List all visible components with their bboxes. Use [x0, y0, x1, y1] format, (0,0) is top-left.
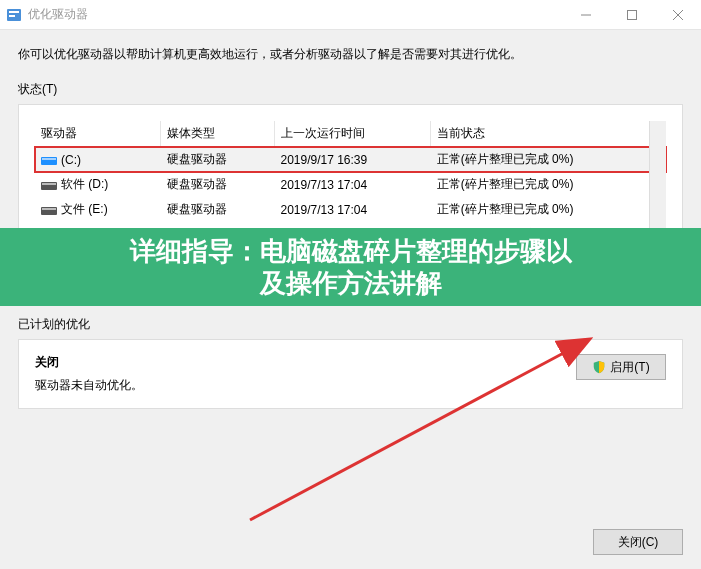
drive-icon	[41, 204, 57, 216]
shield-icon	[592, 360, 606, 374]
footer: 关闭(C)	[593, 529, 683, 555]
close-label: 关闭(C)	[618, 534, 659, 551]
status-label: 状态(T)	[18, 81, 683, 98]
minimize-button[interactable]	[563, 0, 609, 30]
scheduled-status-title: 关闭	[35, 355, 59, 369]
svg-rect-1	[9, 11, 19, 13]
table-row[interactable]: (C:)硬盘驱动器2019/9/17 16:39正常(碎片整理已完成 0%)	[35, 147, 666, 173]
window-title: 优化驱动器	[28, 6, 563, 23]
maximize-button[interactable]	[609, 0, 655, 30]
enable-label: 启用(T)	[610, 359, 649, 376]
drive-icon	[41, 179, 57, 191]
scheduled-label: 已计划的优化	[18, 316, 683, 333]
close-dialog-button[interactable]: 关闭(C)	[593, 529, 683, 555]
col-lastrun[interactable]: 上一次运行时间	[274, 121, 430, 147]
enable-button[interactable]: 启用(T)	[576, 354, 666, 380]
titlebar: 优化驱动器	[0, 0, 701, 30]
scheduled-section: 已计划的优化 关闭 驱动器未自动优化。 启用(T)	[18, 316, 683, 409]
scheduled-status: 关闭 驱动器未自动优化。	[35, 354, 143, 394]
svg-rect-2	[9, 15, 15, 17]
svg-rect-12	[42, 208, 56, 210]
svg-rect-8	[42, 158, 56, 160]
drive-icon	[41, 154, 57, 166]
description-text: 你可以优化驱动器以帮助计算机更高效地运行，或者分析驱动器以了解是否需要对其进行优…	[18, 46, 683, 63]
col-media[interactable]: 媒体类型	[161, 121, 275, 147]
svg-rect-4	[628, 10, 637, 19]
tutorial-overlay: 详细指导：电脑磁盘碎片整理的步骤以及操作方法讲解	[0, 228, 701, 306]
close-button[interactable]	[655, 0, 701, 30]
col-drive[interactable]: 驱动器	[35, 121, 161, 147]
svg-rect-10	[42, 183, 56, 185]
table-row[interactable]: 软件 (D:)硬盘驱动器2019/7/13 17:04正常(碎片整理已完成 0%…	[35, 172, 666, 197]
scheduled-panel: 关闭 驱动器未自动优化。 启用(T)	[18, 339, 683, 409]
tutorial-text: 详细指导：电脑磁盘碎片整理的步骤以及操作方法讲解	[130, 235, 572, 300]
table-row[interactable]: 文件 (E:)硬盘驱动器2019/7/13 17:04正常(碎片整理已完成 0%…	[35, 197, 666, 222]
scheduled-status-desc: 驱动器未自动优化。	[35, 377, 143, 394]
col-current[interactable]: 当前状态	[431, 121, 666, 147]
app-icon	[6, 7, 22, 23]
